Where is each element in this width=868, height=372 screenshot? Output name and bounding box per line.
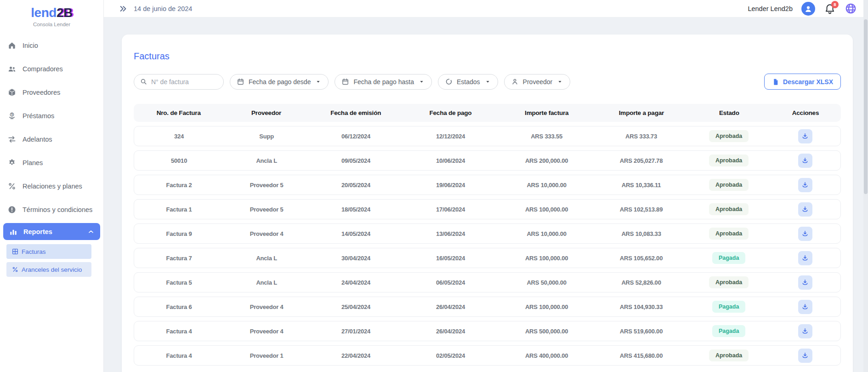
invoice-row-factura-9: Factura 9 Proveedor 4 14/05/2024 13/06/2… xyxy=(134,223,841,244)
cell-importe-factura: ARS 100,000.00 xyxy=(499,206,595,213)
cell-importe-factura: ARS 10,000.00 xyxy=(499,182,595,189)
cell-fecha-emision: 18/05/2024 xyxy=(309,206,403,213)
status-badge: Aprobada xyxy=(709,228,749,240)
user-name: Lender Lend2b xyxy=(748,5,793,12)
cell-fecha-pago: 26/04/2024 xyxy=(403,303,499,310)
download-row-button[interactable] xyxy=(798,129,812,143)
invoice-row-factura-4: Factura 4 Proveedor 4 27/01/2024 26/04/2… xyxy=(134,321,841,341)
table-header: Nro. de Factura Proveedor Fecha de emisi… xyxy=(134,104,841,122)
grid-icon xyxy=(11,248,19,255)
svg-text:$: $ xyxy=(11,113,13,116)
download-icon xyxy=(801,181,809,189)
double-chevron-icon[interactable] xyxy=(119,4,128,13)
download-row-button[interactable] xyxy=(798,154,812,168)
cell-nro-factura: Factura 6 xyxy=(134,303,224,310)
invoice-row-factura-1: Factura 1 Proveedor 5 18/05/2024 17/06/2… xyxy=(134,199,841,219)
download-row-button[interactable] xyxy=(798,227,812,241)
cell-nro-factura: Factura 4 xyxy=(134,328,224,335)
sidebar-subitem-facturas[interactable]: Facturas xyxy=(6,244,91,259)
cell-importe-pagar: ARS 102,513.89 xyxy=(595,206,688,213)
cell-proveedor: Proveedor 1 xyxy=(224,352,309,359)
sidebar: lend2B Consola Lender Inicio Compradores… xyxy=(0,0,104,372)
download-row-button[interactable] xyxy=(798,349,812,363)
sidebar-item-prestamos[interactable]: $ Préstamos xyxy=(0,104,103,127)
sidebar-item-inicio[interactable]: Inicio xyxy=(0,34,103,57)
cell-fecha-emision: 14/05/2024 xyxy=(309,230,403,237)
page-title: Facturas xyxy=(134,51,841,62)
cell-proveedor: Supp xyxy=(224,133,309,140)
sidebar-item-reportes[interactable]: Reportes xyxy=(3,223,100,240)
sidebar-subitem-aranceles-del-servicio[interactable]: Aranceles del servicio xyxy=(6,262,91,277)
column-header-fecha-de-pago: Fecha de pago xyxy=(403,109,499,116)
cell-importe-pagar: ARS 205,027.78 xyxy=(595,157,688,164)
download-icon xyxy=(801,352,809,359)
sidebar-item-label: Términos y condiciones xyxy=(23,206,92,213)
download-icon xyxy=(801,157,809,164)
download-row-button[interactable] xyxy=(798,251,812,265)
cell-nro-factura: Factura 7 xyxy=(134,255,224,262)
sidebar-item-compradores[interactable]: Compradores xyxy=(0,57,103,80)
sidebar-item-terminos-y-condiciones[interactable]: Términos y condiciones xyxy=(0,198,103,221)
scrollbar-thumb[interactable] xyxy=(864,19,868,194)
brand-subtitle: Consola Lender xyxy=(0,22,103,27)
file-icon xyxy=(772,78,779,86)
cell-fecha-pago: 13/06/2024 xyxy=(403,230,499,237)
download-icon xyxy=(801,132,809,140)
download-row-button[interactable] xyxy=(798,202,812,217)
sidebar-item-proveedores[interactable]: Proveedores xyxy=(0,80,103,104)
filter-chip-fecha-de-pago-hasta[interactable]: Fecha de pago hasta xyxy=(335,74,432,90)
cell-fecha-pago: 26/04/2024 xyxy=(403,328,499,335)
download-row-button[interactable] xyxy=(798,178,812,192)
cell-importe-pagar: ARS 104,930.33 xyxy=(595,303,688,310)
sidebar-item-adelantos[interactable]: Adelantos xyxy=(0,127,103,151)
cell-importe-factura: ARS 200,000.00 xyxy=(499,157,595,164)
avatar[interactable] xyxy=(801,2,815,16)
chevron-down-icon xyxy=(418,78,425,85)
download-xlsx-button[interactable]: Descargar XLSX xyxy=(764,74,841,90)
calendar-icon xyxy=(341,78,349,86)
cell-importe-pagar: ARS 333.73 xyxy=(595,133,688,140)
sidebar-nav: Inicio Compradores Proveedores $ Préstam… xyxy=(0,27,103,221)
search-input[interactable] xyxy=(151,78,218,86)
cell-nro-factura: Factura 9 xyxy=(134,230,224,237)
gear-icon xyxy=(7,158,17,167)
notifications-bell[interactable]: 8 xyxy=(824,3,836,15)
cell-proveedor: Proveedor 4 xyxy=(224,230,309,237)
topbar-right: Lender Lend2b 8 xyxy=(748,2,857,16)
logo: lend2B xyxy=(0,6,103,20)
cell-fecha-emision: 22/04/2024 xyxy=(309,352,403,359)
sidebar-subitem-label: Aranceles del servicio xyxy=(22,266,82,273)
invoice-row-factura-5: Factura 5 Ancla L 24/04/2024 06/05/2024 … xyxy=(134,272,841,292)
cell-importe-factura: ARS 50,000.00 xyxy=(499,279,595,286)
cell-fecha-pago: 17/06/2024 xyxy=(403,206,499,213)
percent-icon xyxy=(7,182,17,191)
filter-chip-label: Estados xyxy=(457,78,480,86)
cell-fecha-pago: 19/06/2024 xyxy=(403,182,499,189)
info-icon xyxy=(7,205,17,214)
download-row-button[interactable] xyxy=(798,324,812,338)
chevron-down-icon xyxy=(484,78,491,85)
filter-chip-fecha-de-pago-desde[interactable]: Fecha de pago desde xyxy=(230,74,329,90)
status-badge: Aprobada xyxy=(709,179,749,191)
cell-fecha-emision: 30/04/2024 xyxy=(309,255,403,262)
invoice-search[interactable] xyxy=(134,74,224,90)
invoice-row-factura-2: Factura 2 Proveedor 5 20/05/2024 19/06/2… xyxy=(134,175,841,195)
app-root: lend2B Consola Lender Inicio Compradores… xyxy=(0,0,868,372)
cell-importe-factura: ARS 333.55 xyxy=(499,133,595,140)
download-row-button[interactable] xyxy=(798,300,812,314)
globe-icon[interactable] xyxy=(845,2,857,15)
sidebar-item-label: Préstamos xyxy=(23,112,54,120)
home-icon xyxy=(7,41,17,50)
download-icon xyxy=(801,206,809,213)
cell-proveedor: Proveedor 4 xyxy=(224,328,309,335)
cell-fecha-emision: 20/05/2024 xyxy=(309,182,403,189)
user-icon xyxy=(511,78,519,86)
sidebar-item-planes[interactable]: Planes xyxy=(0,151,103,174)
sidebar-item-relaciones-y-planes[interactable]: Relaciones y planes xyxy=(0,174,103,198)
cell-proveedor: Ancla L xyxy=(224,279,309,286)
download-row-button[interactable] xyxy=(798,275,812,290)
filter-chip-estados[interactable]: Estados xyxy=(438,74,498,90)
column-header-importe-factura: Importe factura xyxy=(499,109,595,116)
filter-chip-proveedor[interactable]: Proveedor xyxy=(504,74,571,90)
percent-icon xyxy=(11,266,19,273)
